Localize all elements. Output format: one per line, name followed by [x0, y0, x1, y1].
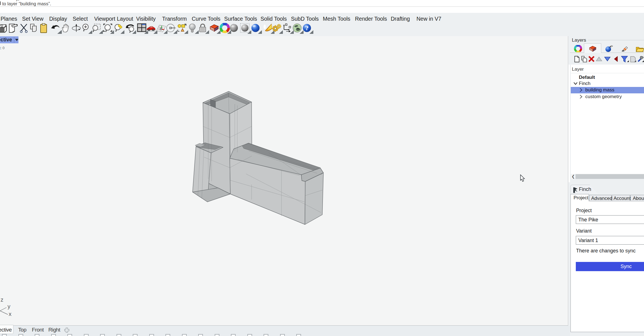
svg-text:x: x	[9, 311, 11, 317]
svg-text:y: y	[8, 303, 10, 309]
svg-text:?: ?	[305, 24, 309, 32]
svg-text:z: z	[1, 297, 3, 303]
